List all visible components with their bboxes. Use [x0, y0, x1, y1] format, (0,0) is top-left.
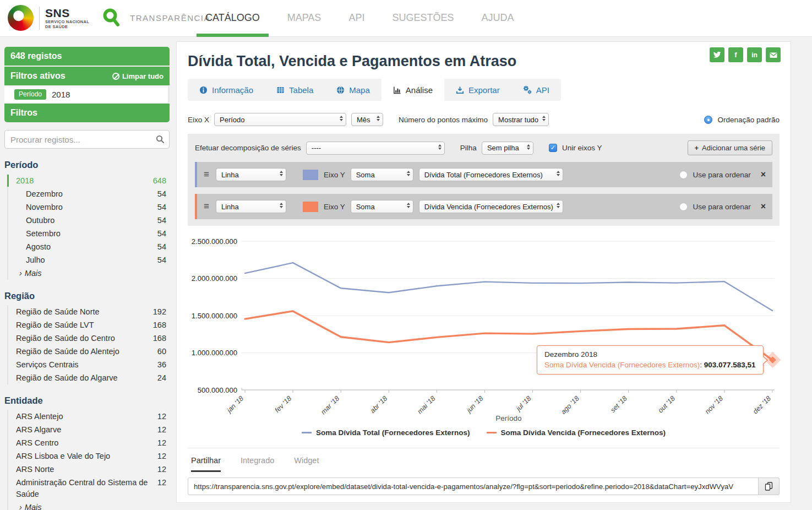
sort-by-series-radio[interactable] — [679, 171, 688, 179]
remove-series-icon[interactable]: × — [761, 170, 766, 180]
series-field-select[interactable]: Dívida Vencida (Fornecedores Externos) — [419, 200, 563, 213]
facet-item-setembro[interactable]: Setembro 54 — [8, 227, 170, 240]
globe-icon — [336, 86, 345, 94]
email-icon[interactable] — [766, 47, 781, 62]
page-title: Dívida Total, Vencida e Pagamentos em At… — [188, 53, 780, 70]
svg-text:jan '18: jan '18 — [225, 394, 245, 415]
dataset-card: f in Dívida Total, Vencida e Pagamentos … — [176, 41, 791, 503]
facet-more-entidade[interactable]: › Mais — [8, 501, 170, 510]
facet-item-novembro[interactable]: Novembro 54 — [8, 200, 170, 214]
legend-divida-total[interactable]: Soma Dívida Total (Fornecedores Externos… — [302, 428, 470, 437]
sort-by-series-radio[interactable] — [679, 203, 688, 211]
search-icon — [156, 135, 165, 144]
share-section: Partilhar Integrado Widget — [188, 448, 780, 495]
axis-controls: Eixo X Período Mês Número do pontos máxi… — [188, 113, 780, 126]
tab-tabela[interactable]: Tabela — [265, 79, 325, 101]
share-tab-integrado[interactable]: Integrado — [241, 456, 274, 472]
facet-item-norte[interactable]: Região de Saúde Norte 192 — [8, 305, 170, 318]
twitter-icon[interactable] — [710, 47, 724, 62]
facet-item-ars-centro[interactable]: ARS Centro 12 — [8, 436, 170, 449]
share-tab-partilhar[interactable]: Partilhar — [191, 456, 221, 472]
select-arrows-icon — [557, 171, 560, 176]
facet-item-ars-lisboa[interactable]: ARS Lisboa e Vale do Tejo 12 — [8, 449, 170, 463]
nav-item-catalogo[interactable]: CATÁLOGO — [205, 0, 260, 37]
nav-item-api[interactable]: API — [348, 0, 364, 37]
svg-text:mai '18: mai '18 — [416, 394, 437, 415]
nav-item-ajuda[interactable]: AJUDA — [481, 0, 514, 37]
add-series-button[interactable]: + Adicionar uma série — [688, 140, 772, 155]
xaxis-select[interactable]: Período — [214, 113, 346, 126]
series-color-swatch[interactable] — [303, 170, 318, 180]
remove-series-icon[interactable]: × — [761, 202, 766, 211]
facet-item-ars-norte[interactable]: ARS Norte 12 — [8, 463, 170, 476]
facet-item-centro[interactable]: Região de Saúde do Centro 168 — [8, 332, 170, 345]
analysis-chart[interactable]: 2.500.000.0002.000.000.0001.500.000.0001… — [188, 234, 781, 427]
join-y-checkbox[interactable]: ✓ — [549, 144, 557, 152]
default-sort-radio[interactable] — [704, 116, 712, 124]
join-y-label: Unir eixos Y — [562, 144, 602, 152]
facet-title: Região — [4, 291, 170, 301]
series-panel: Efetuar decomposição de séries ---- Pilh… — [188, 134, 780, 226]
tab-api[interactable]: API — [511, 79, 561, 101]
plus-icon: + — [695, 144, 699, 152]
svg-text:500.000.000: 500.000.000 — [198, 386, 237, 394]
max-points-select[interactable]: Mostrar tudo — [493, 113, 549, 126]
bar-chart-icon — [393, 86, 401, 94]
series-func-select[interactable]: Soma — [351, 168, 413, 181]
tab-informacao[interactable]: Informação — [188, 79, 265, 101]
share-url-input[interactable] — [188, 478, 759, 495]
svg-text:jul '18: jul '18 — [514, 394, 533, 413]
series-row-divida-total: ≡ Linha Eixo Y Soma Dívida Total (Fornec… — [195, 162, 772, 187]
clear-all-button[interactable]: Limpar tudo — [112, 72, 164, 80]
series-field-select[interactable]: Dívida Total (Fornecedores Externos) — [419, 168, 563, 181]
svg-text:out '18: out '18 — [657, 394, 677, 414]
main-nav: CATÁLOGO MAPAS API SUGESTÕES AJUDA — [205, 0, 514, 37]
facet-item-alentejo[interactable]: Região de Saúde do Alentejo 60 — [8, 345, 170, 358]
table-icon — [276, 86, 285, 94]
linkedin-icon[interactable]: in — [747, 47, 762, 62]
facet-item-ars-alentejo[interactable]: ARS Alentejo 12 — [8, 410, 170, 423]
facet-item-agosto[interactable]: Agosto 54 — [8, 240, 170, 253]
sns-brand[interactable]: SNS SERVIÇO NACIONAL DE SAÚDE TRANSPARÊN… — [8, 5, 210, 31]
facet-item-outubro[interactable]: Outubro 54 — [8, 214, 170, 227]
facet-item-acss[interactable]: Administração Central do Sistema de Saúd… — [8, 476, 170, 501]
series-func-select[interactable]: Soma — [351, 200, 413, 213]
decompose-select[interactable]: ---- — [306, 142, 445, 155]
copy-url-button[interactable] — [759, 478, 780, 495]
facet-item-lvt[interactable]: Região de Saúde LVT 168 — [8, 318, 170, 332]
series-type-select[interactable]: Linha — [216, 200, 286, 213]
facebook-icon[interactable]: f — [728, 47, 743, 62]
default-sort-label: Ordenação padrão — [717, 116, 780, 124]
share-tab-widget[interactable]: Widget — [294, 456, 319, 472]
stack-label: Pilha — [460, 144, 477, 152]
facet-item-dezembro[interactable]: Dezembro 54 — [8, 187, 170, 200]
nav-item-sugestoes[interactable]: SUGESTÕES — [392, 0, 454, 37]
stack-select[interactable]: Sem pilha — [482, 142, 533, 155]
records-count: 648 registos — [10, 51, 62, 61]
svg-text:1.000.000.000: 1.000.000.000 — [192, 349, 237, 357]
facet-item-ars-algarve[interactable]: ARS Algarve 12 — [8, 423, 170, 436]
tab-mapa[interactable]: Mapa — [325, 79, 382, 101]
info-icon — [199, 86, 208, 94]
series-row-divida-vencida: ≡ Linha Eixo Y Soma Dívida Vencida (Forn… — [195, 194, 772, 219]
series-type-select[interactable]: Linha — [216, 168, 286, 181]
search-input[interactable] — [4, 130, 170, 149]
tab-exportar[interactable]: Exportar — [444, 79, 511, 101]
facet-more-periodo[interactable]: › Mais — [8, 267, 170, 280]
svg-text:2.500.000.000: 2.500.000.000 — [192, 237, 237, 246]
legend-divida-vencida[interactable]: Soma Dívida Vencida (Fornecedores Extern… — [487, 428, 666, 437]
nav-item-mapas[interactable]: MAPAS — [287, 0, 321, 37]
facet-item-2018[interactable]: 2018 648 — [8, 174, 170, 187]
search-box — [4, 130, 170, 149]
tab-analise[interactable]: Análise — [382, 75, 444, 105]
granularity-select[interactable]: Mês — [351, 113, 383, 126]
drag-handle-icon[interactable]: ≡ — [204, 169, 209, 180]
facet-item-algarve[interactable]: Região de Saúde do Algarve 24 — [8, 371, 170, 384]
facet-item-servicos-centrais[interactable]: Serviços Centrais 36 — [8, 358, 170, 371]
svg-text:Período: Período — [495, 414, 521, 422]
facet-item-julho[interactable]: Julho 54 — [8, 253, 170, 267]
drag-handle-icon[interactable]: ≡ — [204, 201, 209, 212]
active-filter-tag[interactable]: Período — [14, 89, 46, 100]
sns-sub2: DE SAÚDE — [45, 25, 89, 29]
series-color-swatch[interactable] — [303, 202, 318, 212]
